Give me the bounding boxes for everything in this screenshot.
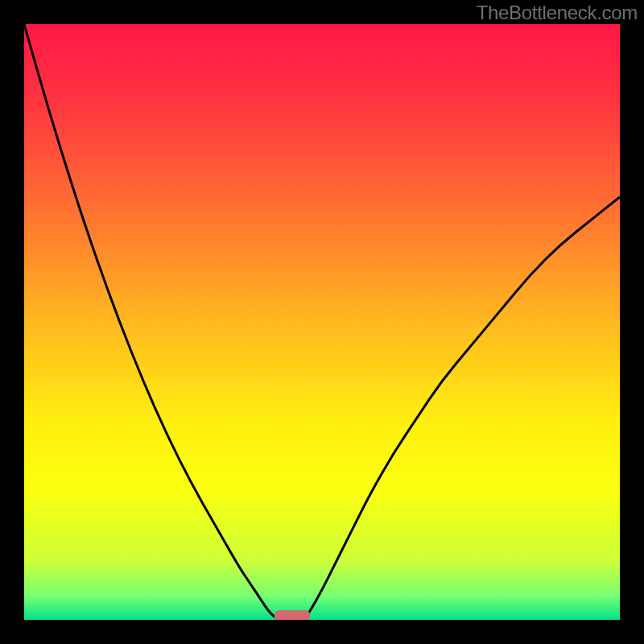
bottleneck-chart [24, 24, 620, 620]
chart-svg [24, 24, 620, 620]
ideal-range-marker [275, 610, 310, 620]
chart-frame: TheBottleneck.com [0, 0, 644, 644]
watermark-text: TheBottleneck.com [477, 2, 638, 24]
chart-background [24, 24, 620, 620]
